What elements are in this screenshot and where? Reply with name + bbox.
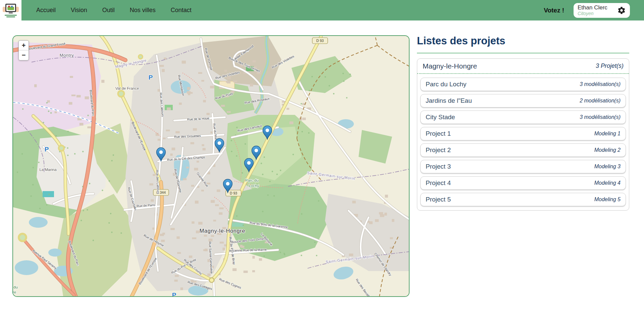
project-rows: Parc du Lochy3 modélisation(s)Jardins de… bbox=[417, 74, 629, 210]
navbar: AccueilVisionOutilNos villesContact Vote… bbox=[0, 0, 644, 20]
project-name: Project 4 bbox=[426, 179, 451, 187]
app-logo-icon bbox=[2, 2, 19, 19]
panel-divider bbox=[417, 53, 629, 53]
zoom-in-button[interactable]: + bbox=[19, 41, 29, 50]
project-row[interactable]: Project 5Modeling 5 bbox=[420, 193, 626, 206]
map-label: Val de France bbox=[115, 86, 139, 90]
nav-right: Votez ! Ethan Clerc Citoyen bbox=[544, 3, 630, 18]
project-row[interactable]: Project 4Modeling 4 bbox=[420, 176, 626, 190]
group-name: Magny-le-Hongre bbox=[423, 62, 477, 70]
project-row[interactable]: Parc du Lochy3 modélisation(s) bbox=[420, 78, 626, 91]
project-count: Modeling 4 bbox=[594, 180, 621, 186]
project-count: Modeling 1 bbox=[594, 131, 621, 137]
project-row[interactable]: Project 3Modeling 3 bbox=[420, 160, 626, 173]
app-logo[interactable] bbox=[0, 0, 21, 20]
projects-panel: Listes des projets Magny-le-Hongre 3 Pro… bbox=[417, 35, 629, 211]
page: AccueilVisionOutilNos villesContact Vote… bbox=[0, 0, 644, 311]
road-ref-badge: D 93 bbox=[312, 38, 328, 44]
project-count: 3 modélisation(s) bbox=[580, 81, 621, 87]
project-name: Project 3 bbox=[426, 163, 451, 170]
project-name: Parc du Lochy bbox=[426, 81, 466, 88]
parking-icon: P bbox=[45, 146, 49, 153]
project-count: Modeling 3 bbox=[594, 164, 621, 170]
parking-icon: P bbox=[149, 74, 153, 81]
group-count: 3 Projet(s) bbox=[596, 62, 624, 70]
map-label: Montry bbox=[60, 53, 74, 58]
project-row[interactable]: Project 1Modeling 1 bbox=[420, 127, 626, 140]
user-role: Citoyen bbox=[578, 11, 617, 16]
project-row[interactable]: City Stade3 modélisation(s) bbox=[420, 110, 626, 124]
svg-text:D 93: D 93 bbox=[230, 191, 237, 195]
project-count: Modeling 2 bbox=[594, 147, 621, 153]
user-meta: Ethan Clerc Citoyen bbox=[578, 4, 617, 16]
map-canvas: D 93D 344D 93 PPP Boulevard du Grand Fos… bbox=[13, 36, 410, 297]
user-name: Ethan Clerc bbox=[578, 4, 617, 11]
project-count: 3 modélisation(s) bbox=[580, 114, 621, 120]
nav-link-contact[interactable]: Contact bbox=[171, 7, 192, 14]
map-label: Parc du bbox=[13, 285, 18, 289]
nav-link-outil[interactable]: Outil bbox=[102, 7, 115, 14]
project-row[interactable]: Project 2Modeling 2 bbox=[420, 143, 626, 157]
project-name: Jardins de l"Eau bbox=[426, 97, 472, 104]
map-label: La Marina bbox=[39, 168, 57, 172]
map-label: Centre bbox=[13, 290, 16, 294]
parking-icon: P bbox=[172, 292, 176, 297]
panel-title: Listes des projets bbox=[417, 35, 629, 47]
project-group-card: Magny-le-Hongre 3 Projet(s) Parc du Loch… bbox=[417, 58, 629, 211]
zoom-out-button[interactable]: − bbox=[19, 50, 29, 60]
project-group-header[interactable]: Magny-le-Hongre 3 Projet(s) bbox=[417, 59, 629, 74]
project-row[interactable]: Jardins de l"Eau2 modélisation(s) bbox=[420, 94, 626, 107]
nav-link-accueil[interactable]: Accueil bbox=[36, 7, 56, 14]
vote-button[interactable]: Votez ! bbox=[544, 7, 564, 14]
gear-icon[interactable] bbox=[617, 6, 626, 15]
project-count: 2 modélisation(s) bbox=[580, 98, 621, 104]
project-name: Project 2 bbox=[426, 146, 451, 154]
svg-text:D 93: D 93 bbox=[316, 39, 324, 43]
project-name: Project 5 bbox=[426, 196, 451, 203]
map-label: Parc du bbox=[245, 178, 259, 182]
nav-link-vision[interactable]: Vision bbox=[71, 7, 87, 14]
project-name: Project 1 bbox=[426, 130, 451, 137]
user-pill[interactable]: Ethan Clerc Citoyen bbox=[574, 3, 630, 18]
map[interactable]: D 93D 344D 93 PPP Boulevard du Grand Fos… bbox=[12, 35, 410, 297]
project-count: Modeling 5 bbox=[594, 196, 621, 203]
map-label: Lochy bbox=[249, 184, 259, 188]
road-ref-badge: D 344 bbox=[153, 189, 169, 195]
nav-link-nos-villes[interactable]: Nos villes bbox=[130, 7, 156, 14]
map-label: Magny-le-Hongre bbox=[200, 228, 245, 234]
map-zoom-control: + − bbox=[18, 40, 29, 60]
project-name: City Stade bbox=[426, 114, 455, 121]
nav-links: AccueilVisionOutilNos villesContact bbox=[36, 7, 192, 14]
